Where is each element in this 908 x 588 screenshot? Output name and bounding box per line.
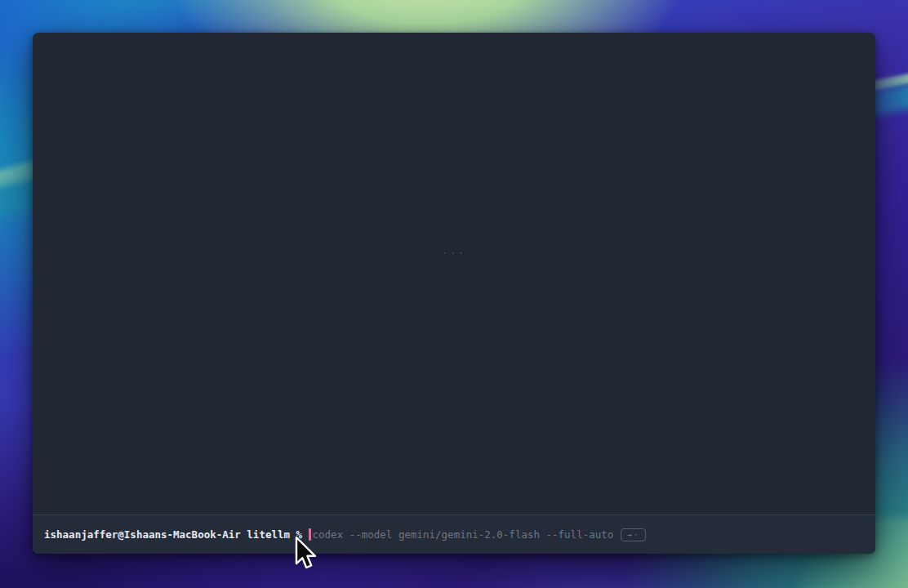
prompt-directory: litellm [247, 528, 290, 541]
tab-hint-badge: →· [621, 528, 646, 541]
loading-ellipsis: ... [442, 245, 467, 256]
desktop-wallpaper: ... ishaanjaffer@Ishaans-MacBook-Air lit… [0, 0, 908, 588]
terminal-output-area[interactable]: ... [33, 33, 875, 514]
terminal-prompt-row[interactable]: ishaanjaffer@Ishaans-MacBook-Air litellm… [33, 514, 875, 554]
terminal-window[interactable]: ... ishaanjaffer@Ishaans-MacBook-Air lit… [33, 33, 875, 554]
autosuggestion-text: codex --model gemini/gemini-2.0-flash --… [313, 528, 614, 541]
mouse-pointer-icon [294, 536, 318, 572]
prompt-user-host: ishaanjaffer@Ishaans-MacBook-Air [44, 528, 241, 541]
